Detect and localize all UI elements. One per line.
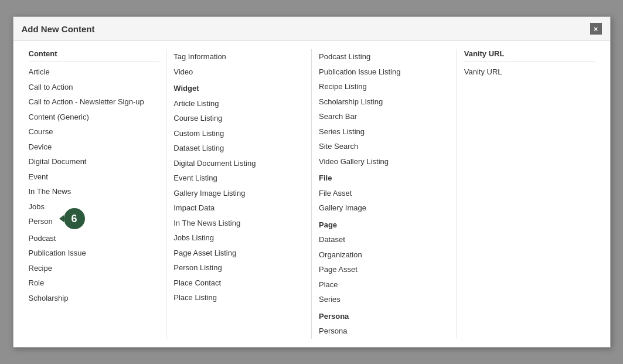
modal-overlay: Add New Content × ContentArticleCall to … bbox=[0, 0, 623, 364]
col-item-jobs[interactable]: Jobs bbox=[29, 199, 159, 215]
col-item-podcast[interactable]: Podcast bbox=[29, 231, 159, 246]
col-item-article-listing[interactable]: Article Listing bbox=[173, 96, 304, 111]
col-item-file-asset[interactable]: File Asset bbox=[319, 186, 450, 201]
col-item-article[interactable]: Article bbox=[29, 64, 159, 80]
col-item-search-bar[interactable]: Search Bar bbox=[319, 109, 450, 124]
col-item-role[interactable]: Role bbox=[29, 275, 159, 291]
col-item-course[interactable]: Course bbox=[29, 124, 159, 140]
col-item-digital-document-listing[interactable]: Digital Document Listing bbox=[173, 156, 304, 171]
col-item-call-to-action---newsletter-sign-up[interactable]: Call to Action - Newsletter Sign-up bbox=[29, 94, 159, 110]
column-content: ContentArticleCall to ActionCall to Acti… bbox=[22, 49, 167, 339]
col-item-organization[interactable]: Organization bbox=[319, 247, 450, 263]
col-item-recipe-listing[interactable]: Recipe Listing bbox=[319, 79, 450, 94]
column-listing: Podcast ListingPublication Issue Listing… bbox=[312, 49, 457, 339]
col-item-custom-listing[interactable]: Custom Listing bbox=[173, 126, 304, 141]
column-vanity: Vanity URLVanity URL bbox=[457, 49, 602, 339]
col-item-page-asset[interactable]: Page Asset bbox=[319, 262, 450, 277]
col-item-gallery-image[interactable]: Gallery Image bbox=[319, 200, 450, 216]
annotated-item-container: Person6 bbox=[29, 214, 53, 229]
col-item-place-listing[interactable]: Place Listing bbox=[173, 290, 304, 305]
column-header-vanity: Vanity URL bbox=[464, 49, 595, 62]
col-item-site-search[interactable]: Site Search bbox=[319, 139, 450, 154]
col-item-device[interactable]: Device bbox=[29, 140, 159, 155]
column-widget: Tag InformationVideoWidgetArticle Listin… bbox=[166, 49, 312, 339]
modal-dialog: Add New Content × ContentArticleCall to … bbox=[13, 16, 611, 348]
col-item-person-listing[interactable]: Person Listing bbox=[173, 260, 304, 275]
col-item-scholarship-listing[interactable]: Scholarship Listing bbox=[319, 94, 450, 110]
col-item-series-listing[interactable]: Series Listing bbox=[319, 124, 450, 140]
col-item-persona[interactable]: Persona bbox=[319, 324, 450, 339]
col-item-place[interactable]: Place bbox=[319, 277, 450, 292]
col-item-event[interactable]: Event bbox=[29, 169, 159, 185]
col-item-series[interactable]: Series bbox=[319, 292, 450, 307]
col-item-content-generic-[interactable]: Content (Generic) bbox=[29, 110, 159, 125]
col-item-video-gallery-listing[interactable]: Video Gallery Listing bbox=[319, 154, 450, 169]
col-item-recipe[interactable]: Recipe bbox=[29, 261, 159, 276]
modal-title: Add New Content bbox=[22, 24, 95, 34]
close-button[interactable]: × bbox=[590, 23, 602, 35]
col-item-event-listing[interactable]: Event Listing bbox=[173, 171, 304, 186]
col-item-course-listing[interactable]: Course Listing bbox=[173, 111, 304, 126]
col-item-file: File bbox=[319, 169, 450, 186]
col-item-publication-issue[interactable]: Publication Issue bbox=[29, 246, 159, 261]
col-item-scholarship[interactable]: Scholarship bbox=[29, 291, 159, 306]
col-item-jobs-listing[interactable]: Jobs Listing bbox=[173, 230, 304, 246]
col-item-gallery-image-listing[interactable]: Gallery Image Listing bbox=[173, 186, 304, 201]
col-item-video[interactable]: Video bbox=[173, 64, 304, 80]
col-item-digital-document[interactable]: Digital Document bbox=[29, 154, 159, 169]
col-item-in-the-news[interactable]: In The News bbox=[29, 184, 159, 199]
col-item-persona: Persona bbox=[319, 307, 450, 324]
col-item-page: Page bbox=[319, 216, 450, 233]
col-item-page-asset-listing[interactable]: Page Asset Listing bbox=[173, 246, 304, 261]
modal-header: Add New Content × bbox=[13, 17, 610, 41]
col-item-impact-data[interactable]: Impact Data bbox=[173, 200, 304, 216]
col-item-in-the-news-listing[interactable]: In The News Listing bbox=[173, 216, 304, 231]
col-item-publication-issue-listing[interactable]: Publication Issue Listing bbox=[319, 64, 450, 80]
col-item-dataset-listing[interactable]: Dataset Listing bbox=[173, 141, 304, 156]
col-item-vanity-url[interactable]: Vanity URL bbox=[464, 64, 595, 80]
modal-body: ContentArticleCall to ActionCall to Acti… bbox=[13, 41, 610, 347]
col-item-widget: Widget bbox=[173, 79, 304, 96]
col-item-place-contact[interactable]: Place Contact bbox=[173, 275, 304, 291]
col-item-dataset[interactable]: Dataset bbox=[319, 232, 450, 247]
col-item-call-to-action[interactable]: Call to Action bbox=[29, 80, 159, 95]
col-item-podcast-listing[interactable]: Podcast Listing bbox=[319, 49, 450, 64]
col-item-person[interactable]: Person bbox=[29, 214, 53, 229]
column-header-content: Content bbox=[29, 49, 159, 62]
col-item-tag-information[interactable]: Tag Information bbox=[173, 49, 304, 64]
